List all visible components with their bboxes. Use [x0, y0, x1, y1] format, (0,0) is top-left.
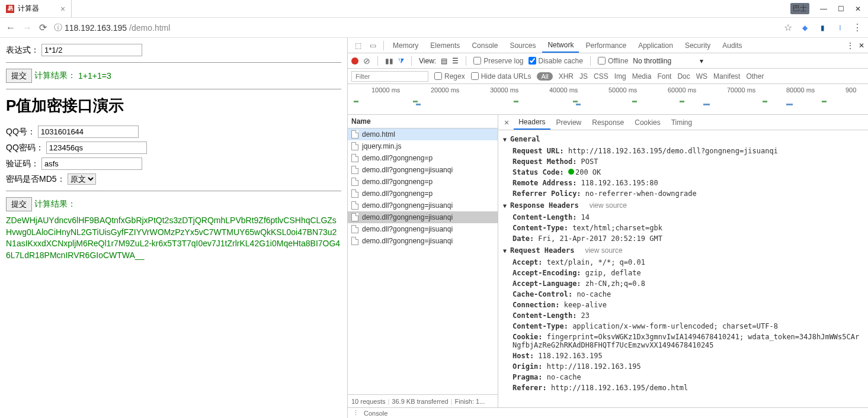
- network-request-row[interactable]: demo.html: [348, 128, 498, 140]
- browser-tab[interactable]: 易 计算器 ×: [0, 0, 72, 17]
- tab-elements[interactable]: Elements: [425, 39, 465, 52]
- close-window-icon[interactable]: ✕: [855, 5, 861, 13]
- record-icon[interactable]: [351, 57, 358, 65]
- network-timeline[interactable]: 10000 ms20000 ms30000 ms40000 ms50000 ms…: [348, 84, 868, 115]
- devtools-drawer[interactable]: ⋮ Console: [348, 407, 868, 418]
- pwd-input[interactable]: [46, 142, 147, 154]
- filter-icon[interactable]: ⧩: [398, 57, 404, 65]
- bookmark-icon[interactable]: ☆: [784, 22, 792, 33]
- tab-network[interactable]: Network: [542, 38, 579, 53]
- result2-text: ZDeWHjAUYdncv6lHF9BAQtnfxGbRjxPtQt2s3zDT…: [6, 215, 341, 261]
- network-request-row[interactable]: demo.dll?gongneng=p: [348, 188, 498, 200]
- hide-urls-checkbox[interactable]: Hide data URLs: [471, 72, 531, 81]
- menu-icon[interactable]: ⋮: [853, 22, 862, 33]
- section-header[interactable]: ▼Response Headersview source: [498, 199, 868, 212]
- view-large-icon[interactable]: ▤: [441, 57, 447, 65]
- tab-application[interactable]: Application: [633, 39, 678, 52]
- document-icon: [351, 189, 358, 198]
- filter-ws[interactable]: WS: [696, 72, 707, 81]
- submit-button-2[interactable]: 提交: [6, 197, 32, 211]
- timeline-tick: 20000 ms: [431, 86, 459, 94]
- header-row: Status Code: 200 OK: [498, 167, 868, 178]
- site-info-icon[interactable]: ⓘ: [54, 22, 62, 33]
- tab-timing[interactable]: Timing: [667, 116, 697, 129]
- minimize-icon[interactable]: —: [820, 5, 827, 13]
- drawer-menu-icon[interactable]: ⋮: [353, 409, 359, 417]
- inspect-icon[interactable]: ⬚: [351, 41, 365, 50]
- network-request-row[interactable]: demo.dll?gongneng=jisuanqi: [348, 235, 498, 247]
- network-request-row[interactable]: jquery.min.js: [348, 140, 498, 152]
- throttling-select[interactable]: No throttling: [633, 57, 671, 65]
- clear-icon[interactable]: ⊘: [363, 56, 370, 66]
- url-field[interactable]: ⓘ 118.192.163.195/demo.html: [54, 22, 777, 33]
- extension-icon-2[interactable]: ▮: [817, 22, 828, 33]
- devtools-menu-icon[interactable]: ⋮: [847, 41, 854, 50]
- network-request-row[interactable]: demo.dll?gongneng=p: [348, 176, 498, 188]
- tab-cookies[interactable]: Cookies: [630, 116, 665, 129]
- submit-button-1[interactable]: 提交: [6, 69, 32, 83]
- back-icon[interactable]: ←: [6, 22, 15, 33]
- network-request-row[interactable]: demo.dll?gongneng=jisuanqi: [348, 211, 498, 223]
- tab-title: 计算器: [18, 4, 39, 14]
- drawer-console-label[interactable]: Console: [364, 410, 387, 417]
- tab-console[interactable]: Console: [466, 39, 503, 52]
- url-path: /demo.html: [129, 23, 170, 33]
- tab-preview[interactable]: Preview: [552, 116, 587, 129]
- disable-cache-checkbox[interactable]: Disable cache: [529, 57, 583, 65]
- captcha-input[interactable]: [41, 157, 142, 170]
- regex-checkbox[interactable]: Regex: [434, 72, 465, 81]
- maximize-icon[interactable]: ☐: [838, 5, 844, 13]
- tab-memory[interactable]: Memory: [387, 39, 424, 52]
- network-request-row[interactable]: demo.dll?gongneng=p: [348, 152, 498, 164]
- filter-media[interactable]: Media: [632, 72, 652, 81]
- forward-icon[interactable]: →: [23, 22, 32, 33]
- tab-performance[interactable]: Performance: [580, 39, 632, 52]
- view-overview-icon[interactable]: ☰: [452, 57, 459, 65]
- close-tab-icon[interactable]: ×: [60, 4, 65, 14]
- filter-img[interactable]: Img: [614, 72, 626, 81]
- details-close-icon[interactable]: ×: [501, 118, 513, 127]
- tab-audits[interactable]: Audits: [717, 39, 747, 52]
- filter-all[interactable]: All: [537, 72, 552, 81]
- device-icon[interactable]: ▭: [366, 41, 380, 50]
- devtools-close-icon[interactable]: ✕: [859, 41, 864, 50]
- reload-icon[interactable]: ⟳: [39, 22, 47, 33]
- document-icon: [351, 201, 358, 210]
- extension-icon-3[interactable]: ⁞: [835, 22, 845, 33]
- expr-input[interactable]: [41, 44, 142, 56]
- qq-input[interactable]: [38, 126, 139, 138]
- filter-xhr[interactable]: XHR: [559, 72, 574, 81]
- section-header[interactable]: ▼Request Headersview source: [498, 244, 868, 257]
- filter-other[interactable]: Other: [746, 72, 764, 81]
- url-host: 118.192.163.195: [65, 23, 127, 33]
- pwd-label: QQ密码：: [6, 143, 44, 153]
- tab-security[interactable]: Security: [680, 39, 716, 52]
- preserve-log-checkbox[interactable]: Preserve log: [473, 57, 523, 65]
- header-row: Content-Length: 23: [498, 310, 868, 321]
- net-column-header[interactable]: Name: [348, 115, 498, 128]
- tab-sources[interactable]: Sources: [504, 39, 541, 52]
- document-icon: [351, 154, 358, 162]
- tab-response[interactable]: Response: [587, 116, 629, 129]
- md5-select[interactable]: 原文: [68, 173, 96, 185]
- filter-js[interactable]: JS: [579, 72, 588, 81]
- dropdown-icon[interactable]: ▾: [700, 57, 703, 65]
- filter-css[interactable]: CSS: [594, 72, 608, 81]
- screenshot-icon[interactable]: ▮▮: [385, 57, 393, 65]
- document-icon: [351, 237, 358, 245]
- section-header[interactable]: ▼General: [498, 133, 868, 146]
- filter-input[interactable]: [351, 71, 428, 82]
- filter-manifest[interactable]: Manifest: [713, 72, 740, 81]
- view-label: View:: [419, 57, 436, 65]
- header-row: Content-Type: application/x-www-form-url…: [498, 321, 868, 332]
- filter-doc[interactable]: Doc: [677, 72, 690, 81]
- filter-font[interactable]: Font: [657, 72, 671, 81]
- network-request-row[interactable]: demo.dll?gongneng=jisuanqi: [348, 223, 498, 235]
- network-request-row[interactable]: demo.dll?gongneng=jisuanqi: [348, 200, 498, 211]
- network-request-row[interactable]: demo.dll?gongneng=jisuanqi: [348, 164, 498, 176]
- view-source-link[interactable]: view source: [585, 246, 622, 255]
- offline-checkbox[interactable]: Offline: [598, 57, 628, 65]
- tab-headers[interactable]: Headers: [514, 115, 550, 130]
- extension-icon-1[interactable]: ◆: [799, 22, 810, 33]
- view-source-link[interactable]: view source: [590, 201, 627, 210]
